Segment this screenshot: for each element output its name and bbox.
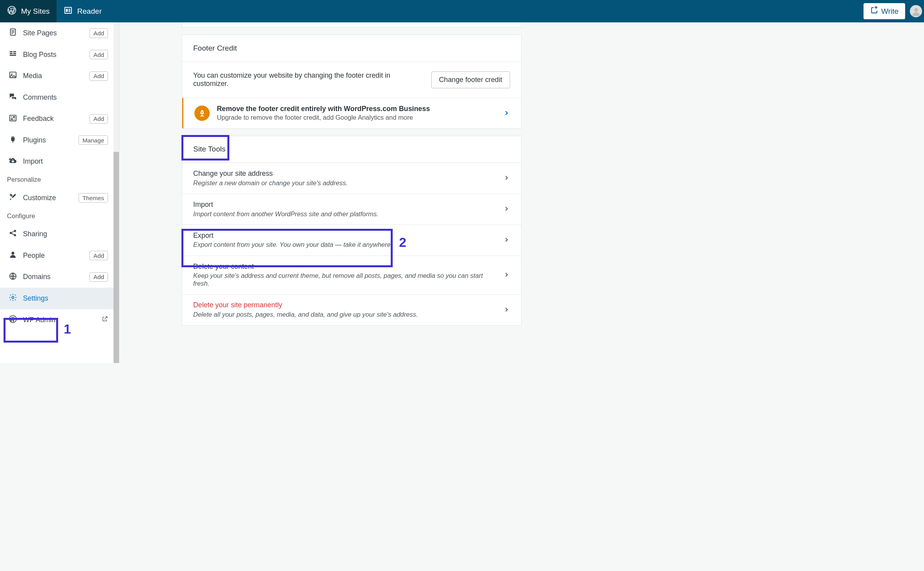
tool-title: Delete your content xyxy=(193,263,496,271)
svg-point-17 xyxy=(11,74,13,75)
sidebar-section-personalize: Personalize xyxy=(0,172,119,187)
svg-rect-12 xyxy=(9,53,12,54)
tool-export[interactable]: Export Export content from your site. Yo… xyxy=(182,224,521,255)
external-link-icon xyxy=(102,316,108,324)
add-button[interactable]: Add xyxy=(90,272,108,282)
media-icon xyxy=(9,71,17,81)
footer-credit-card: Footer Credit You can customize your web… xyxy=(182,35,521,129)
sidebar-item-site-pages[interactable]: Site Pages Add xyxy=(0,22,119,44)
tool-change-address[interactable]: Change your site address Register a new … xyxy=(182,163,521,193)
svg-rect-22 xyxy=(11,118,13,120)
add-button[interactable]: Add xyxy=(90,251,108,260)
svg-point-30 xyxy=(201,111,203,113)
tool-subtitle: Register a new domain or change your sit… xyxy=(193,179,496,187)
posts-icon xyxy=(9,49,17,60)
customize-icon xyxy=(9,193,17,203)
change-footer-credit-button[interactable]: Change footer credit xyxy=(431,71,510,88)
annotation-number-2: 2 xyxy=(399,235,406,250)
sidebar-item-label: Media xyxy=(23,72,83,80)
footer-credit-body: You can customize your website by changi… xyxy=(193,71,424,88)
wordpress-icon xyxy=(7,5,16,17)
sidebar-scrollbar-track[interactable] xyxy=(113,22,119,363)
tool-delete-site[interactable]: Delete your site permanently Delete all … xyxy=(182,294,521,325)
sidebar-item-import[interactable]: Import xyxy=(0,151,119,173)
svg-point-23 xyxy=(9,232,11,234)
chevron-right-icon xyxy=(503,205,510,213)
rocket-icon xyxy=(194,106,210,121)
add-button[interactable]: Add xyxy=(90,50,108,59)
svg-rect-11 xyxy=(9,51,12,52)
tool-subtitle: Delete all your posts, pages, media, and… xyxy=(193,311,496,319)
chevron-right-icon xyxy=(503,236,510,244)
sidebar-item-label: Comments xyxy=(23,93,113,102)
themes-button[interactable]: Themes xyxy=(79,193,108,202)
chevron-right-icon xyxy=(503,109,510,117)
tool-import[interactable]: Import Import content from another WordP… xyxy=(182,193,521,224)
sidebar-item-people[interactable]: People Add xyxy=(0,245,119,266)
sidebar-item-customize[interactable]: Customize Themes xyxy=(0,187,119,209)
main-content: Footer Credit You can customize your web… xyxy=(119,22,588,363)
plugins-icon xyxy=(9,135,17,146)
sidebar-item-label: Import xyxy=(23,157,113,166)
sidebar-item-comments[interactable]: Comments xyxy=(0,87,119,108)
my-sites-label: My Sites xyxy=(21,7,49,16)
import-icon xyxy=(9,157,17,167)
sidebar-item-feedback[interactable]: Feedback Add xyxy=(0,108,119,130)
tool-title: Export xyxy=(193,232,496,240)
my-sites-button[interactable]: My Sites xyxy=(0,0,57,22)
wordpress-icon xyxy=(9,315,17,325)
site-tools-card: Site Tools Change your site address Regi… xyxy=(182,136,521,326)
svg-point-28 xyxy=(12,296,14,298)
upsell-title: Remove the footer credit entirely with W… xyxy=(217,105,496,113)
svg-rect-14 xyxy=(13,53,16,54)
sidebar-scrollbar-thumb[interactable] xyxy=(113,152,119,363)
svg-point-26 xyxy=(11,252,14,255)
sidebar-item-label: Feedback xyxy=(23,115,83,123)
chevron-right-icon xyxy=(503,306,510,314)
sidebar: Site Pages Add Blog Posts Add Media Add xyxy=(0,22,119,363)
svg-point-24 xyxy=(14,230,16,232)
svg-rect-2 xyxy=(66,9,68,12)
gear-icon xyxy=(9,293,17,304)
chevron-right-icon xyxy=(503,271,510,279)
svg-rect-15 xyxy=(9,55,16,56)
sidebar-item-settings[interactable]: Settings xyxy=(0,288,119,309)
tool-subtitle: Keep your site's address and current the… xyxy=(193,272,496,288)
sidebar-item-plugins[interactable]: Plugins Manage xyxy=(0,130,119,151)
svg-point-19 xyxy=(11,116,12,117)
reader-button[interactable]: Reader xyxy=(57,0,109,22)
people-icon xyxy=(9,250,17,261)
sidebar-item-sharing[interactable]: Sharing xyxy=(0,223,119,245)
upsell-subtitle: Upgrade to remove the footer credit, add… xyxy=(217,114,496,122)
sidebar-item-label: Settings xyxy=(23,294,113,303)
svg-rect-13 xyxy=(13,51,16,52)
sidebar-item-label: Customize xyxy=(23,194,72,202)
sidebar-item-media[interactable]: Media Add xyxy=(0,65,119,87)
add-button[interactable]: Add xyxy=(90,28,108,38)
sidebar-item-wpadmin[interactable]: WP Admin xyxy=(0,309,119,331)
tool-title: Change your site address xyxy=(193,170,496,178)
sharing-icon xyxy=(9,229,17,239)
tool-title: Delete your site permanently xyxy=(193,301,496,309)
upsell-row[interactable]: Remove the footer credit entirely with W… xyxy=(182,98,521,128)
pages-icon xyxy=(9,28,17,38)
svg-point-20 xyxy=(14,119,15,120)
tool-subtitle: Export content from your site. You own y… xyxy=(193,241,496,249)
add-button[interactable]: Add xyxy=(90,71,108,81)
chevron-right-icon xyxy=(503,174,510,182)
sidebar-item-label: Domains xyxy=(23,273,83,281)
tool-title: Import xyxy=(193,201,496,209)
manage-button[interactable]: Manage xyxy=(79,135,108,145)
add-button[interactable]: Add xyxy=(90,114,108,124)
footer-credit-title: Footer Credit xyxy=(182,35,521,62)
tool-delete-content[interactable]: Delete your content Keep your site's add… xyxy=(182,255,521,294)
sidebar-section-configure: Configure xyxy=(0,209,119,224)
sidebar-item-domains[interactable]: Domains Add xyxy=(0,266,119,288)
sidebar-item-label: People xyxy=(23,252,83,260)
sidebar-item-label: Sharing xyxy=(23,230,113,238)
sidebar-item-blog-posts[interactable]: Blog Posts Add xyxy=(0,44,119,66)
sidebar-item-label: Plugins xyxy=(23,136,72,144)
sidebar-item-label: Blog Posts xyxy=(23,51,83,59)
svg-point-25 xyxy=(14,234,16,236)
site-tools-title: Site Tools xyxy=(182,136,521,163)
